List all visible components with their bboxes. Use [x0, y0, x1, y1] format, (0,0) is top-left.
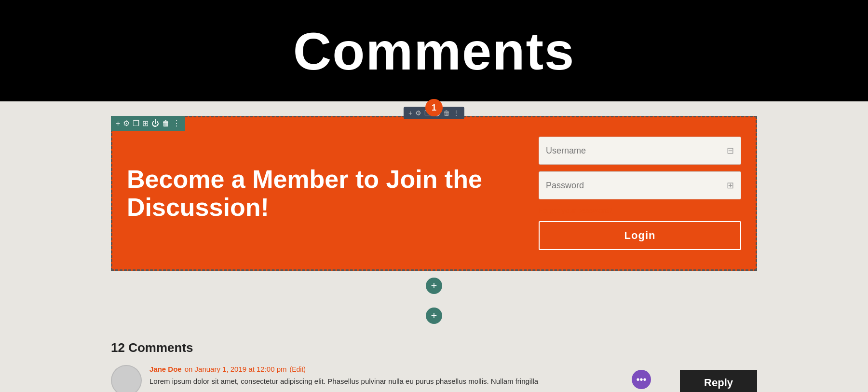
comment-edit-link[interactable]: (Edit)	[290, 365, 306, 373]
avatar	[111, 365, 142, 392]
settings-icon[interactable]: ⚙	[123, 119, 130, 128]
more-options-icon: •••	[636, 374, 646, 385]
membership-block: 1 + ⚙ ❐ ⏻ 🗑 ⋮ Become a Member to Join th…	[111, 116, 757, 271]
plus-button-area-1: +	[0, 271, 868, 301]
more-options-button[interactable]: •••	[632, 370, 651, 389]
comment-row: Jane Doe on January 1, 2019 at 12:00 pm …	[111, 365, 757, 392]
username-field-wrapper[interactable]: ⊟	[539, 137, 741, 165]
step-badge: 1	[425, 99, 443, 116]
inner-trash-icon[interactable]: 🗑	[443, 109, 450, 117]
avatar-image	[112, 366, 141, 392]
comment-text: Lorem ipsum dolor sit amet, consectetur …	[149, 376, 757, 387]
page-title: Comments	[293, 20, 575, 82]
login-button[interactable]: Login	[539, 221, 741, 250]
password-field-wrapper[interactable]: ⊞	[539, 171, 741, 199]
comment-author: Jane Doe	[149, 365, 182, 373]
inner-more-icon[interactable]: ⋮	[453, 109, 460, 117]
copy-icon[interactable]: ❐	[133, 119, 139, 128]
password-icon: ⊞	[727, 180, 734, 191]
membership-heading: Become a Member to Join the Discussion!	[127, 166, 510, 221]
grid-icon[interactable]: ⊞	[142, 119, 149, 128]
membership-left: Become a Member to Join the Discussion!	[112, 117, 524, 269]
main-content: + ⚙ ❐ ⊞ ⏻ 🗑 ⋮ 1 + ⚙ ❐ ⏻ 🗑 ⋮ Be	[0, 116, 868, 392]
username-input[interactable]	[546, 146, 727, 156]
header-bar: Comments	[0, 0, 868, 101]
inner-add-icon[interactable]: +	[408, 109, 412, 117]
password-input[interactable]	[546, 181, 727, 191]
comment-date: on January 1, 2019 at 12:00 pm	[185, 365, 287, 373]
outer-widget-toolbar[interactable]: + ⚙ ❐ ⊞ ⏻ 🗑 ⋮	[111, 116, 185, 131]
comment-body: Jane Doe on January 1, 2019 at 12:00 pm …	[149, 365, 757, 387]
widget-toolbar-outer: + ⚙ ❐ ⊞ ⏻ 🗑 ⋮	[111, 116, 185, 131]
membership-right: ⊟ ⊞ Forgot your password? Login	[524, 117, 756, 269]
comments-section: 12 Comments Jane Doe on January 1, 2019 …	[0, 331, 868, 392]
username-icon: ⊟	[727, 145, 734, 156]
comment-meta: Jane Doe on January 1, 2019 at 12:00 pm …	[149, 365, 757, 373]
plus-button-area-2: +	[0, 301, 868, 331]
add-block-button-1[interactable]: +	[426, 278, 442, 294]
add-block-button-2[interactable]: +	[426, 308, 442, 324]
comments-count: 12 Comments	[111, 340, 757, 355]
trash-icon[interactable]: 🗑	[162, 119, 170, 128]
inner-settings-icon[interactable]: ⚙	[415, 109, 421, 117]
add-icon[interactable]: +	[116, 119, 120, 128]
power-icon[interactable]: ⏻	[151, 119, 159, 128]
forgot-password-link[interactable]: Forgot your password?	[539, 206, 741, 214]
reply-button[interactable]: Reply	[680, 370, 757, 392]
more-icon[interactable]: ⋮	[173, 119, 180, 128]
